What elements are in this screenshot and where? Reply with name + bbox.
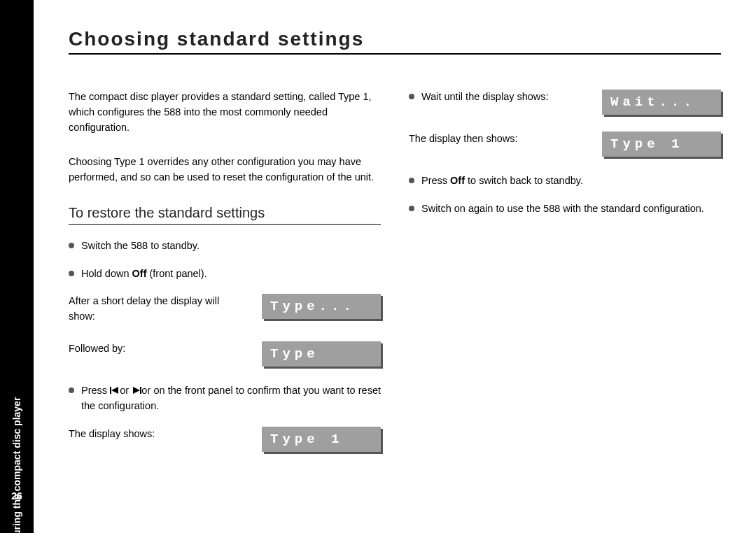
row-after-delay: After a short delay the display will sho… xyxy=(69,294,381,325)
svg-rect-0 xyxy=(110,387,111,394)
sidebar: Configuring the compact disc player 26 xyxy=(0,0,34,533)
off-bold: Off xyxy=(450,175,465,186)
left-column: The compact disc player provides a stand… xyxy=(69,90,381,469)
svg-marker-1 xyxy=(111,387,118,394)
page-number: 26 xyxy=(11,490,22,502)
display-wait: Wait... xyxy=(602,90,721,115)
intro-para-2: Choosing Type 1 overrides any other conf… xyxy=(69,155,381,185)
step-switch-on: Switch on again to use the 588 with the … xyxy=(409,201,721,217)
step-press-off: Press Off to switch back to standby. xyxy=(409,173,721,189)
step-hold-off-pre: Hold down xyxy=(81,268,132,279)
row-followed-by: Followed by: Type xyxy=(69,341,381,367)
then-shows-text: The display then shows: xyxy=(409,132,588,147)
followed-by-text: Followed by: xyxy=(69,341,248,357)
page-title: Choosing standard settings xyxy=(69,28,721,55)
right-column: Wait until the display shows: Wait... Th… xyxy=(409,90,721,469)
main-content: Choosing standard settings The compact d… xyxy=(34,0,756,533)
display-type1-left: Type 1 xyxy=(262,427,381,452)
step-standby: Switch the 588 to standby. xyxy=(69,239,381,254)
columns-container: The compact disc player provides a stand… xyxy=(69,90,721,469)
skip-forward-icon xyxy=(132,383,141,399)
wait-text: Wait until the display shows: xyxy=(409,90,588,105)
display-type-dots: Type... xyxy=(262,294,381,319)
step-press-confirm: Press or or on the front panel to confir… xyxy=(69,383,381,414)
intro-para-1: The compact disc player provides a stand… xyxy=(69,90,381,135)
title-underline xyxy=(69,53,721,55)
display-shows-text: The display shows: xyxy=(69,427,248,442)
step-hold-off: Hold down Off (front panel). xyxy=(69,266,381,282)
svg-marker-2 xyxy=(133,387,140,394)
after-delay-text: After a short delay the display will sho… xyxy=(69,294,248,325)
row-then-shows: The display then shows: Type 1 xyxy=(409,132,721,157)
display-type1-right: Type 1 xyxy=(602,132,721,157)
step-hold-off-post: (front panel). xyxy=(146,268,206,279)
row-wait: Wait until the display shows: Wait... xyxy=(409,90,721,115)
title-text: Choosing standard settings xyxy=(69,28,364,50)
sidebar-section-label: Configuring the compact disc player xyxy=(11,397,22,533)
subheading-restore: To restore the standard settings xyxy=(69,205,381,225)
off-post: to switch back to standby. xyxy=(465,175,583,186)
off-pre: Press xyxy=(421,175,450,186)
press-pre: Press xyxy=(81,385,110,396)
row-display-shows: The display shows: Type 1 xyxy=(69,427,381,452)
display-type: Type xyxy=(262,341,381,367)
skip-back-icon xyxy=(110,383,120,399)
press-mid: or xyxy=(120,385,132,396)
step-hold-off-bold: Off xyxy=(132,268,147,279)
